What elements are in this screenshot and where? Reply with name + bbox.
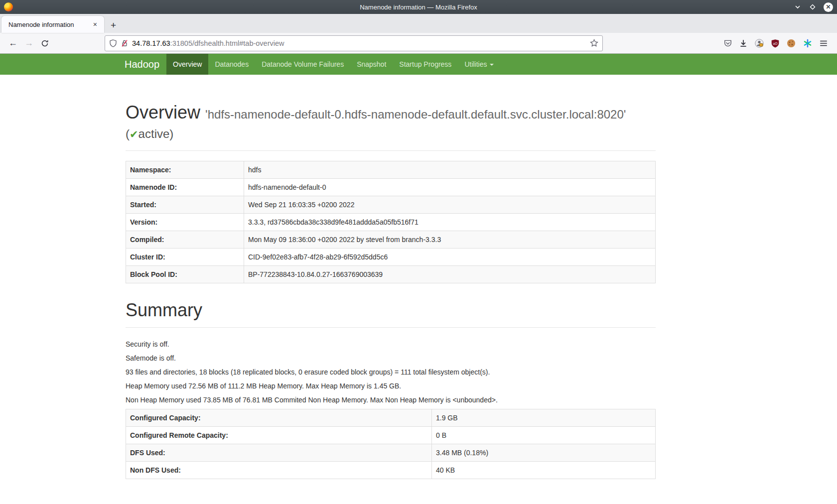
diamond-icon — [809, 3, 816, 10]
row-label: Non DFS Used: — [126, 462, 432, 479]
tab-close-icon[interactable]: × — [91, 20, 99, 28]
row-label: Namespace: — [126, 161, 244, 179]
row-value: Wed Sep 21 16:03:35 +0200 2022 — [244, 196, 656, 214]
cookie-extension-icon[interactable] — [786, 38, 796, 48]
tab-bar: Namenode information × + — [0, 14, 837, 33]
table-row: Namespace:hdfs — [126, 161, 656, 179]
row-value: hdfs-namenode-default-0 — [244, 179, 656, 196]
caret-down-icon — [490, 64, 494, 66]
table-row: Configured Remote Capacity:0 B — [126, 427, 656, 444]
close-button[interactable]: ✕ — [824, 2, 833, 12]
divider — [126, 327, 656, 328]
row-value: Mon May 09 18:36:00 +0200 2022 by stevel… — [244, 231, 656, 249]
bookmark-star-icon[interactable] — [590, 39, 598, 47]
maximize-button[interactable] — [809, 3, 817, 11]
summary-line: Safemode is off. — [126, 353, 656, 363]
nav-item-startup-progress[interactable]: Startup Progress — [393, 54, 458, 75]
menu-hamburger-icon[interactable] — [819, 39, 828, 48]
table-row: Namenode ID:hdfs-namenode-default-0 — [126, 179, 656, 196]
status-open-paren: ( — [126, 127, 130, 140]
account-extension-icon[interactable] — [754, 38, 764, 48]
url-path: :31805/dfshealth.html#tab-overview — [170, 39, 284, 47]
overview-table: Namespace:hdfsNamenode ID:hdfs-namenode-… — [126, 161, 656, 283]
table-row: Started:Wed Sep 21 16:03:35 +0200 2022 — [126, 196, 656, 214]
namenode-status: (✔active) — [126, 126, 656, 142]
summary-paragraphs: Security is off.Safemode is off.93 files… — [126, 339, 656, 405]
summary-line: 93 files and directories, 18 blocks (18 … — [126, 367, 656, 377]
table-row: DFS Used:3.48 MB (0.18%) — [126, 444, 656, 462]
row-value: 1.9 GB — [432, 409, 656, 427]
row-value: BP-772238843-10.84.0.27-1663769003639 — [244, 266, 656, 283]
insecure-lock-icon[interactable] — [121, 39, 129, 47]
url-input[interactable]: 34.78.17.63:31805/dfshealth.html#tab-ove… — [132, 39, 586, 47]
row-label: Started: — [126, 196, 244, 214]
back-button[interactable]: ← — [5, 35, 21, 51]
row-value: 40 KB — [432, 462, 656, 479]
nav-item-snapshot[interactable]: Snapshot — [350, 54, 393, 75]
summary-line: Non Heap Memory used 73.85 MB of 76.81 M… — [126, 395, 656, 405]
summary-table-wrap: Configured Capacity:1.9 GBConfigured Rem… — [126, 409, 656, 479]
row-label: DFS Used: — [126, 444, 432, 462]
hadoop-brand[interactable]: Hadoop — [125, 54, 159, 75]
tracking-protection-shield-icon[interactable] — [109, 39, 117, 47]
namenode-address: 'hdfs-namenode-default-0.hdfs-namenode-d… — [205, 108, 626, 121]
svg-text:uO: uO — [773, 41, 777, 45]
status-close-paren: ) — [169, 127, 173, 140]
ublock-origin-icon[interactable]: uO — [771, 39, 780, 48]
nav-item-datanode-volume-failures[interactable]: Datanode Volume Failures — [255, 54, 350, 75]
close-icon: ✕ — [826, 4, 831, 10]
navbar-menu: OverviewDatanodesDatanode Volume Failure… — [166, 54, 500, 75]
downloads-icon[interactable] — [739, 39, 748, 48]
new-tab-button[interactable]: + — [105, 20, 122, 33]
row-value: 3.3.3, rd37586cbda38c338d9fe481addda5a05… — [244, 214, 656, 231]
summary-table: Configured Capacity:1.9 GBConfigured Rem… — [126, 409, 656, 479]
window-titlebar: Namenode information — Mozilla Firefox ✕ — [0, 0, 837, 14]
tab-title: Namenode information — [8, 21, 91, 28]
minimize-button[interactable] — [794, 3, 802, 11]
row-label: Block Pool ID: — [126, 266, 244, 283]
hadoop-navbar: Hadoop OverviewDatanodesDatanode Volume … — [0, 54, 837, 75]
table-row: Compiled:Mon May 09 18:36:00 +0200 2022 … — [126, 231, 656, 249]
table-row: Non DFS Used:40 KB — [126, 462, 656, 479]
row-value: 3.48 MB (0.18%) — [432, 444, 656, 462]
chevron-down-icon — [794, 3, 801, 10]
table-row: Configured Capacity:1.9 GB — [126, 409, 656, 427]
summary-line: Heap Memory used 72.56 MB of 111.2 MB He… — [126, 381, 656, 391]
row-label: Version: — [126, 214, 244, 231]
nav-item-overview[interactable]: Overview — [166, 54, 208, 75]
check-icon: ✔ — [130, 128, 139, 140]
reload-icon — [41, 39, 49, 47]
row-label: Configured Capacity: — [126, 409, 432, 427]
row-label: Configured Remote Capacity: — [126, 427, 432, 444]
row-label: Namenode ID: — [126, 179, 244, 196]
forward-button: → — [21, 35, 37, 51]
nav-item-utilities[interactable]: Utilities — [458, 54, 500, 75]
page-title: Overview 'hdfs-namenode-default-0.hdfs-n… — [126, 103, 656, 125]
table-row: Block Pool ID:BP-772238843-10.84.0.27-16… — [126, 266, 656, 283]
row-label: Cluster ID: — [126, 249, 244, 266]
overview-heading: Overview — [126, 102, 200, 123]
navigation-toolbar: ← → 34.78.17.63:31805/dfshealth.html#tab… — [0, 33, 837, 54]
summary-line: Security is off. — [126, 339, 656, 349]
row-value: 0 B — [432, 427, 656, 444]
divider — [126, 150, 656, 151]
url-bar[interactable]: 34.78.17.63:31805/dfshealth.html#tab-ove… — [105, 35, 603, 51]
table-row: Version:3.3.3, rd37586cbda38c338d9fe481a… — [126, 214, 656, 231]
page-content: Hadoop OverviewDatanodesDatanode Volume … — [0, 54, 837, 479]
window-title: Namenode information — Mozilla Firefox — [0, 3, 837, 11]
table-row: Cluster ID:CID-9ef02e83-afb7-4f28-ab29-6… — [126, 249, 656, 266]
asterisk-extension-icon[interactable] — [803, 38, 813, 48]
url-host: 34.78.17.63 — [132, 39, 170, 47]
nav-item-datanodes[interactable]: Datanodes — [208, 54, 255, 75]
reload-button[interactable] — [37, 35, 53, 51]
tab-namenode-information[interactable]: Namenode information × — [1, 16, 104, 33]
status-label: active — [139, 127, 170, 140]
summary-heading: Summary — [126, 300, 656, 320]
row-label: Compiled: — [126, 231, 244, 249]
pocket-icon[interactable] — [723, 39, 732, 48]
row-value: hdfs — [244, 161, 656, 179]
row-value: CID-9ef02e83-afb7-4f28-ab29-6f592d5dd5c6 — [244, 249, 656, 266]
main-container: Overview 'hdfs-namenode-default-0.hdfs-n… — [126, 103, 656, 479]
